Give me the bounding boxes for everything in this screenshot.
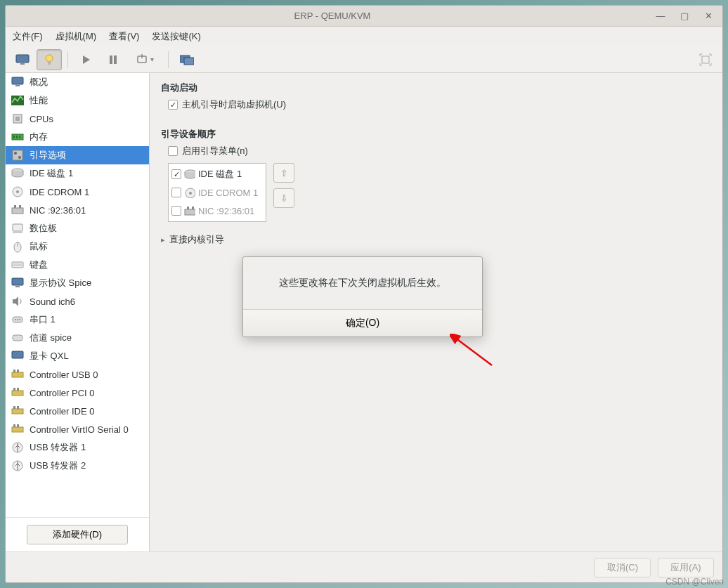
device-icon <box>184 169 195 180</box>
sidebar-item-label: 键盘 <box>30 259 48 271</box>
move-down-button[interactable]: ⇩ <box>273 188 294 208</box>
svg-rect-20 <box>19 136 20 138</box>
menu-vm[interactable]: 虚拟机(M) <box>56 30 97 43</box>
boot-device-row[interactable]: IDE CDROM 1 <box>170 183 264 202</box>
sidebar-item-label: IDE CDROM 1 <box>30 187 89 197</box>
sidebar-item-label: 信道 spice <box>30 332 72 344</box>
sidebar-item[interactable]: 概况 <box>6 73 149 91</box>
svg-rect-29 <box>19 205 21 208</box>
boot-device-label: IDE CDROM 1 <box>198 188 258 198</box>
boot-device-list[interactable]: IDE 磁盘 1IDE CDROM 1NIC :92:36:01 <box>168 163 266 222</box>
lightbulb-icon <box>43 53 56 66</box>
sidebar-item-label: 内存 <box>30 131 48 143</box>
device-icon <box>11 204 24 216</box>
sidebar-item[interactable]: 显卡 QXL <box>6 347 149 365</box>
dialog-ok-button[interactable]: 确定(O) <box>243 310 482 337</box>
minimize-icon[interactable]: — <box>655 11 666 22</box>
sidebar-item-label: 概况 <box>30 76 48 89</box>
sidebar-item[interactable]: IDE CDROM 1 <box>6 183 149 201</box>
sidebar-item[interactable]: IDE 磁盘 1 <box>6 164 149 183</box>
device-icon <box>11 295 24 308</box>
sidebar-item[interactable]: 键盘 <box>6 256 149 274</box>
maximize-icon[interactable]: ▢ <box>679 11 690 22</box>
device-icon <box>11 222 24 235</box>
sidebar-item[interactable]: Controller IDE 0 <box>6 402 149 420</box>
sidebar-item-label: Controller VirtIO Serial 0 <box>30 424 129 435</box>
sidebar-item[interactable]: CPUs <box>6 110 149 128</box>
svg-rect-49 <box>12 391 23 396</box>
sidebar-item[interactable]: 引导选项 <box>6 146 149 164</box>
sidebar-item[interactable]: Controller USB 0 <box>6 365 149 384</box>
menu-view[interactable]: 查看(V) <box>109 30 139 43</box>
sidebar-item-label: Controller PCI 0 <box>30 388 94 398</box>
fullscreen-button[interactable] <box>693 49 718 70</box>
snapshots-button[interactable] <box>174 49 200 70</box>
menu-sendkey[interactable]: 发送按键(K) <box>152 30 200 43</box>
pause-button[interactable] <box>100 49 126 70</box>
sidebar-item[interactable]: 性能 <box>6 91 149 110</box>
toolbar: ▾ <box>6 46 722 73</box>
kernel-boot-expander[interactable]: 直接内核引导 <box>161 233 711 246</box>
sidebar-item[interactable]: 信道 spice <box>6 329 149 347</box>
svg-rect-19 <box>16 136 18 138</box>
sidebar-item[interactable]: 串口 1 <box>6 311 149 329</box>
device-icon <box>11 350 24 362</box>
footer: 取消(C) 应用(A) <box>6 551 722 582</box>
device-list: 概况性能CPUs内存引导选项IDE 磁盘 1IDE CDROM 1NIC :92… <box>6 73 149 517</box>
svg-rect-10 <box>184 58 194 65</box>
apply-button[interactable]: 应用(A) <box>658 558 714 577</box>
close-icon[interactable]: ✕ <box>703 11 714 22</box>
details-view-button[interactable] <box>37 49 62 70</box>
sidebar-item[interactable]: 显示协议 Spice <box>6 274 149 292</box>
sidebar-item[interactable]: 内存 <box>6 128 149 146</box>
sidebar-item[interactable]: NIC :92:36:01 <box>6 201 149 219</box>
svg-rect-57 <box>17 424 19 427</box>
autostart-checkbox[interactable]: 主机引导时启动虚拟机(U) <box>168 98 711 111</box>
run-button[interactable] <box>74 49 99 70</box>
svg-point-41 <box>15 319 16 320</box>
console-view-button[interactable] <box>10 49 35 70</box>
shutdown-button[interactable]: ▾ <box>127 49 162 70</box>
checkbox-icon <box>171 206 181 216</box>
sidebar-item[interactable]: 数位板 <box>6 219 149 237</box>
sidebar-item[interactable]: 鼠标 <box>6 237 149 256</box>
bootmenu-label: 启用引导菜单(n) <box>182 145 248 157</box>
menu-file[interactable]: 文件(F) <box>13 30 43 43</box>
bootmenu-checkbox[interactable]: 启用引导菜单(n) <box>168 145 711 157</box>
menubar: 文件(F) 虚拟机(M) 查看(V) 发送按键(K) <box>6 27 722 46</box>
svg-point-23 <box>18 156 21 159</box>
power-icon <box>136 54 148 65</box>
sidebar-item-label: 数位板 <box>30 222 57 235</box>
sidebar-item[interactable]: USB 转发器 2 <box>6 457 149 475</box>
boot-device-row[interactable]: NIC :92:36:01 <box>170 202 264 220</box>
cancel-button[interactable]: 取消(C) <box>594 558 651 577</box>
svg-point-62 <box>189 192 192 195</box>
move-up-button[interactable]: ⇧ <box>273 163 294 183</box>
svg-rect-13 <box>15 85 20 86</box>
sidebar-item-label: CPUs <box>30 114 53 124</box>
sidebar-item-label: 鼠标 <box>30 240 48 253</box>
checkbox-icon <box>168 100 178 110</box>
bootorder-title: 引导设备顺序 <box>161 128 711 141</box>
svg-rect-55 <box>12 427 23 432</box>
add-hardware-button[interactable]: 添加硬件(D) <box>27 525 128 544</box>
svg-rect-50 <box>13 388 15 391</box>
sidebar-item-label: 串口 1 <box>30 313 56 326</box>
sidebar-item[interactable]: USB 转发器 1 <box>6 438 149 457</box>
sidebar-item-label: IDE 磁盘 1 <box>30 167 73 180</box>
dialog-button-row: 确定(O) <box>243 309 482 337</box>
add-hardware-wrap: 添加硬件(D) <box>6 517 149 551</box>
boot-device-list-wrap: IDE 磁盘 1IDE CDROM 1NIC :92:36:01 ⇧ ⇩ <box>168 163 711 222</box>
sidebar-item[interactable]: Controller VirtIO Serial 0 <box>6 420 149 438</box>
sidebar-item-label: Sound ich6 <box>30 296 75 307</box>
sidebar-item[interactable]: Controller PCI 0 <box>6 384 149 402</box>
svg-rect-6 <box>114 55 117 64</box>
autostart-label: 主机引导时启动虚拟机(U) <box>182 98 286 111</box>
device-icon <box>11 76 24 89</box>
boot-device-row[interactable]: IDE 磁盘 1 <box>170 165 264 183</box>
svg-point-22 <box>14 152 17 155</box>
sidebar-item[interactable]: Sound ich6 <box>6 292 149 311</box>
sidebar-item-label: Controller IDE 0 <box>30 406 94 417</box>
arrow-up-icon: ⇧ <box>280 168 288 178</box>
device-icon <box>11 167 24 180</box>
